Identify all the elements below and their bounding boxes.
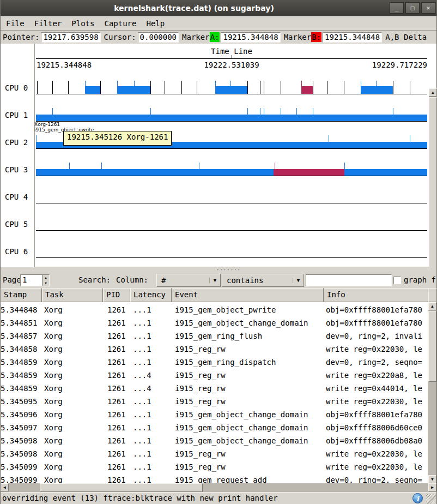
column-header-stamp[interactable]: Stamp <box>1 288 42 302</box>
table-horizontal-scrollbar[interactable]: ◀ ▶ <box>1 483 436 492</box>
event-tick[interactable] <box>281 81 281 94</box>
time-label-middle: 19222.531039 <box>204 61 259 69</box>
cell-latency: ...1 <box>133 447 171 460</box>
event-tick[interactable] <box>247 81 248 94</box>
table-row[interactable]: 5.345099Xorg1261...1i915_gem_request_add… <box>1 473 428 483</box>
table-row[interactable]: 5.344859Xorg1261...4i915_reg_rwwrite reg… <box>1 382 428 395</box>
column-header-latency[interactable]: Latency <box>130 288 172 302</box>
table-row[interactable]: 5.345096Xorg1261...1i915_gem_object_chan… <box>1 408 428 421</box>
event-tick[interactable] <box>313 81 313 94</box>
cell-pid: 1261 <box>107 343 130 356</box>
table-scrollbar-thumb[interactable] <box>428 311 436 382</box>
info-icon[interactable]: i <box>412 493 423 503</box>
column-header-pid[interactable]: PID <box>103 288 130 302</box>
event-tick[interactable] <box>165 81 165 94</box>
search-input[interactable] <box>306 274 392 286</box>
task-bar[interactable] <box>117 86 150 94</box>
table-row[interactable]: 5.344848Xorg1261...1i915_gem_object_pwri… <box>1 303 428 316</box>
cursor-value: 0.000000 <box>138 32 179 43</box>
cell-latency: ...1 <box>133 303 171 316</box>
task-bar[interactable] <box>215 86 247 94</box>
scroll-up-icon[interactable]: ▲ <box>429 88 437 97</box>
cell-latency: ...1 <box>133 460 171 473</box>
delta-label: A,B Delta <box>385 33 427 41</box>
event-tick[interactable] <box>264 81 264 94</box>
table-row[interactable]: 5.344857Xorg1261...1i915_gem_ring_flushd… <box>1 329 428 343</box>
spin-up-icon[interactable]: ▲ <box>43 275 49 280</box>
column-header-info[interactable]: Info <box>324 288 428 302</box>
table-row[interactable]: 5.345098Xorg1261...1i915_gem_object_chan… <box>1 434 428 447</box>
event-tick[interactable] <box>344 81 344 94</box>
column-header-event[interactable]: Event <box>172 288 324 302</box>
cell-stamp: 5.345098 <box>1 447 42 460</box>
scroll-right-icon[interactable]: ▶ <box>428 483 436 491</box>
event-tick[interactable] <box>52 81 53 94</box>
event-tick[interactable] <box>150 81 151 94</box>
table-row[interactable]: 5.345097Xorg1261...1i915_gem_object_chan… <box>1 421 428 434</box>
cell-latency: ...1 <box>133 408 171 421</box>
scroll-left-icon[interactable]: ◀ <box>1 483 9 491</box>
graph-scrollbar-thumb[interactable] <box>429 97 437 292</box>
event-tick[interactable] <box>260 81 260 94</box>
event-tick[interactable] <box>181 81 182 94</box>
task-bar[interactable] <box>85 86 100 94</box>
event-tick[interactable] <box>100 81 101 94</box>
cell-task: Xorg <box>44 356 104 369</box>
event-tick[interactable] <box>327 81 327 94</box>
column-header-task[interactable]: Task <box>42 288 103 302</box>
table-row[interactable]: 5.344851Xorg1261...1i915_gem_object_chan… <box>1 316 428 329</box>
cpu-run-bar[interactable] <box>36 169 427 176</box>
table-row[interactable]: 5.345099Xorg1261...1i915_reg_rwwrite reg… <box>1 460 428 473</box>
table-vertical-scrollbar[interactable]: ▲ ▼ <box>428 302 436 483</box>
cell-task: Xorg <box>44 473 104 483</box>
cell-task: Xorg <box>44 303 104 316</box>
maximize-icon[interactable]: □ <box>405 2 420 14</box>
task-bar[interactable] <box>301 86 313 94</box>
event-tick[interactable] <box>197 81 197 94</box>
task-bar[interactable] <box>274 169 344 176</box>
event-tick[interactable] <box>68 81 69 94</box>
close-icon[interactable]: ✕ <box>421 2 435 14</box>
cpu-row-label: CPU 3 <box>5 165 28 174</box>
cpu-baseline <box>36 148 427 149</box>
timeline-title: Time Line <box>36 47 427 56</box>
table-row[interactable]: 5.344859Xorg1261...1i915_gem_ring_dispat… <box>1 356 428 369</box>
chevron-down-icon: ▼ <box>209 278 220 283</box>
menu-file[interactable]: File <box>6 19 25 28</box>
cell-stamp: 5.345099 <box>1 460 42 473</box>
cell-pid: 1261 <box>107 329 130 343</box>
table-row[interactable]: 5.345098Xorg1261...1i915_reg_rwwrite reg… <box>1 447 428 460</box>
event-tick[interactable] <box>393 81 393 94</box>
timeline-graph: CPU 0CPU 1CPU 2CPU 3CPU 4CPU 5CPU 6 Time… <box>1 44 436 267</box>
cell-info: write reg=0x44014, le <box>326 382 428 395</box>
scroll-down-icon[interactable]: ▼ <box>428 475 436 483</box>
column-select[interactable]: # ▼ <box>156 274 221 287</box>
marker-a-badge: A: <box>210 32 220 42</box>
timeline-plot[interactable]: Time Line 19215.344848 19222.531039 1922… <box>36 44 427 267</box>
cpu-run-bar[interactable] <box>36 115 427 121</box>
pane-splitter[interactable]: ······· <box>1 267 436 273</box>
menu-filter[interactable]: Filter <box>34 19 62 28</box>
page-spin-buttons[interactable]: ▲ ▼ <box>42 275 49 286</box>
table-row[interactable]: 5.345095Xorg1261...1i915_reg_rwwrite reg… <box>1 395 428 408</box>
menu-capture[interactable]: Capture <box>104 19 136 28</box>
table-row[interactable]: 5.344859Xorg1261...4i915_reg_rwwrite reg… <box>1 369 428 382</box>
table-row[interactable]: 5.344858Xorg1261...1i915_reg_rwwrite reg… <box>1 343 428 356</box>
menu-help[interactable]: Help <box>146 19 165 28</box>
match-select[interactable]: contains ▼ <box>222 274 304 287</box>
pointer-value: 19217.639598 <box>41 32 100 43</box>
cell-info: obj=0xffff88001efa780 <box>326 408 428 421</box>
cpu-baseline <box>36 257 427 258</box>
minimize-icon[interactable]: _ <box>390 2 404 14</box>
hscrollbar-thumb[interactable] <box>40 483 203 492</box>
event-table-body[interactable]: 5.344848Xorg1261...1i915_gem_object_pwri… <box>1 302 428 483</box>
spin-down-icon[interactable]: ▼ <box>43 280 49 286</box>
task-bar[interactable] <box>361 86 393 94</box>
event-tick[interactable] <box>410 81 410 94</box>
scroll-up-icon[interactable]: ▲ <box>428 302 436 310</box>
page-spinner[interactable]: 1 ▲ ▼ <box>20 274 50 286</box>
menu-plots[interactable]: Plots <box>71 19 94 28</box>
event-tick[interactable] <box>37 81 38 94</box>
resize-grip[interactable] <box>426 494 436 504</box>
graph-follows-checkbox[interactable] <box>393 277 401 284</box>
